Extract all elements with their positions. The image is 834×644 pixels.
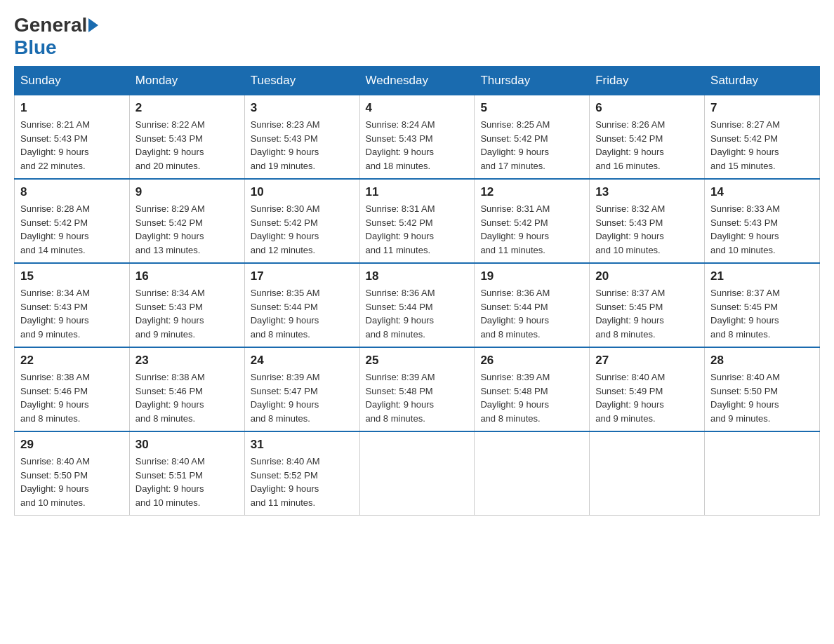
day-number: 20 bbox=[595, 269, 699, 283]
day-info: Sunrise: 8:39 AMSunset: 5:48 PMDaylight:… bbox=[480, 370, 583, 425]
calendar-cell: 21 Sunrise: 8:37 AMSunset: 5:45 PMDaylig… bbox=[705, 263, 820, 347]
day-number: 1 bbox=[20, 101, 124, 115]
day-info: Sunrise: 8:23 AMSunset: 5:43 PMDaylight:… bbox=[251, 118, 354, 173]
weekday-header-wednesday: Wednesday bbox=[359, 67, 475, 95]
calendar-cell bbox=[359, 431, 475, 516]
calendar-cell: 3 Sunrise: 8:23 AMSunset: 5:43 PMDayligh… bbox=[244, 95, 359, 180]
day-info: Sunrise: 8:40 AMSunset: 5:51 PMDaylight:… bbox=[135, 455, 239, 509]
calendar-cell: 24 Sunrise: 8:39 AMSunset: 5:47 PMDaylig… bbox=[244, 347, 359, 431]
day-number: 5 bbox=[480, 101, 583, 115]
day-number: 3 bbox=[251, 101, 354, 115]
day-number: 6 bbox=[595, 101, 699, 115]
weekday-header-thursday: Thursday bbox=[475, 67, 590, 95]
day-info: Sunrise: 8:38 AMSunset: 5:46 PMDaylight:… bbox=[135, 370, 239, 425]
logo-blue-text: Blue bbox=[14, 36, 57, 58]
page-header: General Blue bbox=[14, 14, 820, 59]
logo: General Blue bbox=[14, 14, 100, 59]
day-number: 8 bbox=[20, 185, 124, 199]
day-info: Sunrise: 8:40 AMSunset: 5:49 PMDaylight:… bbox=[595, 370, 699, 425]
day-info: Sunrise: 8:30 AMSunset: 5:42 PMDaylight:… bbox=[251, 202, 354, 257]
day-info: Sunrise: 8:32 AMSunset: 5:43 PMDaylight:… bbox=[595, 202, 699, 257]
weekday-header-tuesday: Tuesday bbox=[244, 67, 359, 95]
calendar-cell: 25 Sunrise: 8:39 AMSunset: 5:48 PMDaylig… bbox=[359, 347, 475, 431]
day-info: Sunrise: 8:28 AMSunset: 5:42 PMDaylight:… bbox=[20, 202, 124, 257]
calendar-cell: 5 Sunrise: 8:25 AMSunset: 5:42 PMDayligh… bbox=[475, 95, 590, 180]
day-number: 18 bbox=[366, 269, 469, 283]
day-info: Sunrise: 8:34 AMSunset: 5:43 PMDaylight:… bbox=[20, 286, 124, 341]
calendar-cell: 9 Sunrise: 8:29 AMSunset: 5:42 PMDayligh… bbox=[129, 179, 244, 263]
calendar-cell: 27 Sunrise: 8:40 AMSunset: 5:49 PMDaylig… bbox=[590, 347, 705, 431]
logo-general-text: General bbox=[14, 14, 87, 36]
day-info: Sunrise: 8:27 AMSunset: 5:42 PMDaylight:… bbox=[710, 118, 814, 173]
logo-triangle-icon bbox=[88, 18, 98, 32]
day-info: Sunrise: 8:34 AMSunset: 5:43 PMDaylight:… bbox=[135, 286, 239, 341]
calendar-cell: 30 Sunrise: 8:40 AMSunset: 5:51 PMDaylig… bbox=[129, 431, 244, 516]
day-number: 14 bbox=[710, 185, 814, 199]
day-info: Sunrise: 8:24 AMSunset: 5:43 PMDaylight:… bbox=[366, 118, 469, 173]
calendar-cell bbox=[590, 431, 705, 516]
weekday-header-friday: Friday bbox=[590, 67, 705, 95]
day-number: 16 bbox=[135, 269, 239, 283]
day-number: 9 bbox=[135, 185, 239, 199]
weekday-header-monday: Monday bbox=[129, 67, 244, 95]
day-number: 31 bbox=[251, 438, 354, 452]
day-number: 11 bbox=[366, 185, 469, 199]
calendar-week-row: 8 Sunrise: 8:28 AMSunset: 5:42 PMDayligh… bbox=[15, 179, 820, 263]
day-number: 26 bbox=[480, 354, 583, 368]
day-number: 29 bbox=[20, 438, 124, 452]
day-number: 23 bbox=[135, 354, 239, 368]
calendar-cell: 22 Sunrise: 8:38 AMSunset: 5:46 PMDaylig… bbox=[15, 347, 130, 431]
calendar-cell: 4 Sunrise: 8:24 AMSunset: 5:43 PMDayligh… bbox=[359, 95, 475, 180]
calendar-cell: 15 Sunrise: 8:34 AMSunset: 5:43 PMDaylig… bbox=[15, 263, 130, 347]
day-info: Sunrise: 8:25 AMSunset: 5:42 PMDaylight:… bbox=[480, 118, 583, 173]
calendar-cell: 14 Sunrise: 8:33 AMSunset: 5:43 PMDaylig… bbox=[705, 179, 820, 263]
calendar-cell: 23 Sunrise: 8:38 AMSunset: 5:46 PMDaylig… bbox=[129, 347, 244, 431]
day-info: Sunrise: 8:31 AMSunset: 5:42 PMDaylight:… bbox=[366, 202, 469, 257]
calendar-header-row: SundayMondayTuesdayWednesdayThursdayFrid… bbox=[15, 67, 820, 95]
day-info: Sunrise: 8:26 AMSunset: 5:42 PMDaylight:… bbox=[595, 118, 699, 173]
day-number: 17 bbox=[251, 269, 354, 283]
calendar-table: SundayMondayTuesdayWednesdayThursdayFrid… bbox=[14, 66, 820, 516]
calendar-week-row: 22 Sunrise: 8:38 AMSunset: 5:46 PMDaylig… bbox=[15, 347, 820, 431]
day-number: 7 bbox=[710, 101, 814, 115]
day-info: Sunrise: 8:38 AMSunset: 5:46 PMDaylight:… bbox=[20, 370, 124, 425]
calendar-cell: 17 Sunrise: 8:35 AMSunset: 5:44 PMDaylig… bbox=[244, 263, 359, 347]
day-info: Sunrise: 8:40 AMSunset: 5:52 PMDaylight:… bbox=[251, 455, 354, 509]
calendar-cell: 28 Sunrise: 8:40 AMSunset: 5:50 PMDaylig… bbox=[705, 347, 820, 431]
calendar-cell: 19 Sunrise: 8:36 AMSunset: 5:44 PMDaylig… bbox=[475, 263, 590, 347]
day-info: Sunrise: 8:36 AMSunset: 5:44 PMDaylight:… bbox=[480, 286, 583, 341]
calendar-cell: 31 Sunrise: 8:40 AMSunset: 5:52 PMDaylig… bbox=[244, 431, 359, 516]
calendar-cell: 12 Sunrise: 8:31 AMSunset: 5:42 PMDaylig… bbox=[475, 179, 590, 263]
day-number: 2 bbox=[135, 101, 239, 115]
day-info: Sunrise: 8:39 AMSunset: 5:48 PMDaylight:… bbox=[366, 370, 469, 425]
calendar-cell bbox=[705, 431, 820, 516]
day-number: 19 bbox=[480, 269, 583, 283]
calendar-cell: 18 Sunrise: 8:36 AMSunset: 5:44 PMDaylig… bbox=[359, 263, 475, 347]
calendar-cell: 29 Sunrise: 8:40 AMSunset: 5:50 PMDaylig… bbox=[15, 431, 130, 516]
calendar-cell: 11 Sunrise: 8:31 AMSunset: 5:42 PMDaylig… bbox=[359, 179, 475, 263]
day-info: Sunrise: 8:37 AMSunset: 5:45 PMDaylight:… bbox=[710, 286, 814, 341]
day-number: 27 bbox=[595, 354, 699, 368]
day-info: Sunrise: 8:29 AMSunset: 5:42 PMDaylight:… bbox=[135, 202, 239, 257]
day-number: 4 bbox=[366, 101, 469, 115]
calendar-week-row: 29 Sunrise: 8:40 AMSunset: 5:50 PMDaylig… bbox=[15, 431, 820, 516]
calendar-cell: 6 Sunrise: 8:26 AMSunset: 5:42 PMDayligh… bbox=[590, 95, 705, 180]
day-number: 24 bbox=[251, 354, 354, 368]
weekday-header-saturday: Saturday bbox=[705, 67, 820, 95]
calendar-cell: 13 Sunrise: 8:32 AMSunset: 5:43 PMDaylig… bbox=[590, 179, 705, 263]
day-info: Sunrise: 8:37 AMSunset: 5:45 PMDaylight:… bbox=[595, 286, 699, 341]
day-info: Sunrise: 8:21 AMSunset: 5:43 PMDaylight:… bbox=[20, 118, 124, 173]
day-number: 22 bbox=[20, 354, 124, 368]
day-number: 10 bbox=[251, 185, 354, 199]
calendar-cell: 10 Sunrise: 8:30 AMSunset: 5:42 PMDaylig… bbox=[244, 179, 359, 263]
calendar-week-row: 1 Sunrise: 8:21 AMSunset: 5:43 PMDayligh… bbox=[15, 95, 820, 180]
day-info: Sunrise: 8:35 AMSunset: 5:44 PMDaylight:… bbox=[251, 286, 354, 341]
day-number: 21 bbox=[710, 269, 814, 283]
calendar-cell: 2 Sunrise: 8:22 AMSunset: 5:43 PMDayligh… bbox=[129, 95, 244, 180]
day-number: 13 bbox=[595, 185, 699, 199]
calendar-cell: 26 Sunrise: 8:39 AMSunset: 5:48 PMDaylig… bbox=[475, 347, 590, 431]
calendar-cell: 20 Sunrise: 8:37 AMSunset: 5:45 PMDaylig… bbox=[590, 263, 705, 347]
calendar-cell bbox=[475, 431, 590, 516]
day-number: 28 bbox=[710, 354, 814, 368]
weekday-header-sunday: Sunday bbox=[15, 67, 130, 95]
